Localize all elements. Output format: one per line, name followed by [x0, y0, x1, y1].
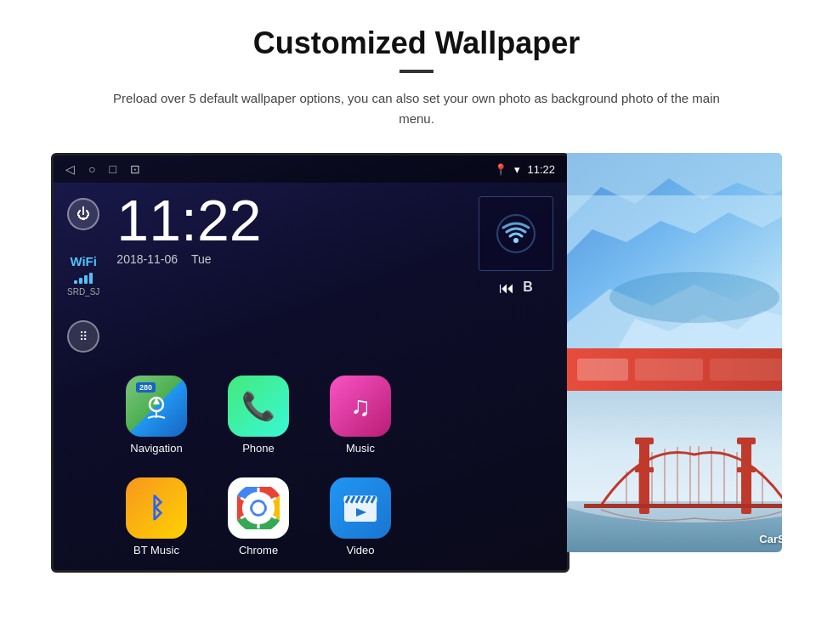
music-icon-glyph: ♫ [350, 391, 371, 422]
wifi-info: WiFi SRD_SJ [67, 254, 99, 297]
video-clapperboard-svg [343, 493, 378, 523]
svg-rect-34 [635, 467, 654, 472]
wallpaper-ice[interactable] [567, 153, 782, 348]
ice-background [567, 153, 782, 348]
wifi-bar-1 [74, 280, 77, 284]
apps-button[interactable]: ⠿ [67, 320, 99, 353]
center-area: 11:22 2018-11-06 Tue [99, 191, 479, 281]
phone-app-label: Phone [242, 442, 275, 455]
chrome-app-label: Chrome [239, 544, 278, 556]
svg-point-28 [609, 272, 779, 323]
wallpaper-carsetting-bar [567, 348, 782, 391]
page-title: Customized Wallpaper [253, 25, 581, 61]
music-app-label: Music [346, 442, 375, 455]
title-underline [400, 70, 434, 73]
wifi-bar-2 [79, 278, 82, 284]
day-display: Tue [191, 252, 212, 266]
svg-rect-32 [639, 438, 649, 514]
date-row: 2018-11-06 Tue [116, 252, 211, 266]
status-bar-right: 📍 ▾ 11:22 [494, 163, 555, 176]
bt-music-app-label: BT Music [133, 544, 179, 556]
carsetting-content [577, 359, 782, 381]
status-bar-left: ◁ ○ □ ⊡ [65, 162, 140, 176]
track-label: B [523, 280, 533, 297]
wifi-status-icon: ▾ [514, 163, 520, 176]
bridge-svg [567, 391, 782, 552]
wifi-bar-3 [84, 275, 88, 284]
home-nav-icon[interactable]: ○ [88, 162, 95, 176]
video-app-icon [330, 477, 391, 539]
app-item-chrome[interactable]: Chrome [212, 463, 305, 556]
svg-rect-38 [584, 504, 782, 508]
screenshot-nav-icon[interactable]: ⊡ [130, 162, 140, 176]
status-bar: ◁ ○ □ ⊡ 📍 ▾ 11:22 [54, 155, 567, 183]
svg-rect-36 [737, 438, 756, 444]
phone-icon-glyph: 📞 [241, 390, 275, 422]
phone-app-icon: 📞 [228, 376, 289, 437]
navigation-map-svg [141, 391, 172, 421]
wifi-network-name: SRD_SJ [67, 287, 99, 297]
android-screen: ◁ ○ □ ⊡ 📍 ▾ 11:22 ⏻ WiFi [51, 153, 570, 573]
main-content: ◁ ○ □ ⊡ 📍 ▾ 11:22 ⏻ WiFi [51, 153, 782, 573]
wifi-label: WiFi [67, 254, 99, 268]
nav-badge: 280 [136, 382, 156, 393]
wallpaper-previews: CarSetting [567, 153, 782, 552]
page-wrapper: Customized Wallpaper Preload over 5 defa… [0, 0, 833, 644]
chrome-app-icon [228, 477, 289, 539]
app-grid: 280 Navigation 📞 Pho [96, 361, 567, 570]
media-icon-box [479, 196, 553, 271]
power-button[interactable]: ⏻ [67, 198, 99, 230]
app-item-bt-music[interactable]: ᛒ BT Music [110, 463, 203, 556]
navigation-app-label: Navigation [130, 442, 182, 455]
clock-display: 11:22 [116, 191, 261, 249]
top-area: ⏻ WiFi SRD_SJ ⠿ 11:22 [54, 183, 567, 361]
bt-music-app-icon: ᛒ [126, 477, 187, 539]
prev-track-icon[interactable]: ⏮ [499, 280, 514, 297]
car-rect-2 [635, 359, 703, 381]
page-subtitle: Preload over 5 default wallpaper options… [98, 88, 735, 129]
ice-svg [567, 153, 782, 348]
car-rect-1 [577, 359, 628, 381]
left-sidebar: ⏻ WiFi SRD_SJ ⠿ [67, 191, 99, 353]
back-nav-icon[interactable]: ◁ [65, 162, 75, 176]
date-display: 2018-11-06 [116, 252, 178, 266]
media-controls: ⏮ B [499, 280, 533, 297]
recent-nav-icon[interactable]: □ [109, 162, 116, 176]
media-widget: ⏮ B [479, 191, 553, 297]
carsetting-label: CarSetting [759, 533, 782, 545]
app-item-navigation[interactable]: 280 Navigation [110, 361, 203, 455]
svg-rect-33 [635, 438, 654, 444]
app-item-video[interactable]: Video [314, 463, 407, 556]
wifi-signal-icon [495, 212, 537, 255]
bluetooth-icon-glyph: ᛒ [149, 493, 165, 524]
location-icon: 📍 [494, 163, 507, 176]
video-app-label: Video [346, 544, 374, 556]
wifi-bars [67, 272, 99, 284]
music-app-icon: ♫ [330, 376, 391, 437]
car-rect-3 [710, 359, 782, 381]
wallpaper-bridge[interactable]: CarSetting [567, 391, 782, 552]
navigation-app-icon: 280 [126, 376, 187, 437]
chrome-icon-svg [237, 487, 280, 529]
bridge-background [567, 391, 782, 552]
svg-point-6 [252, 502, 264, 514]
svg-point-1 [513, 238, 518, 243]
app-item-music[interactable]: ♫ Music [314, 361, 407, 455]
app-item-phone[interactable]: 📞 Phone [212, 361, 305, 455]
wifi-bar-4 [89, 273, 93, 284]
status-time: 11:22 [527, 163, 555, 176]
